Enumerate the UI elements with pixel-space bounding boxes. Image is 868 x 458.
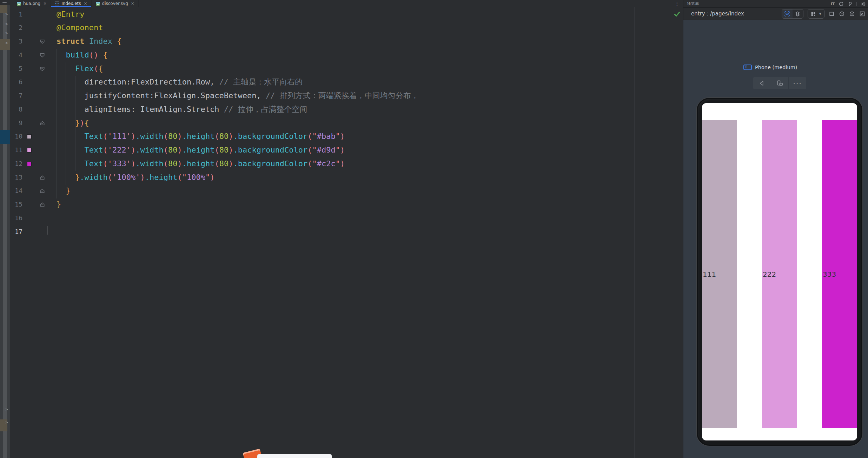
code-token: ): [340, 132, 345, 141]
refresh-icon[interactable]: [839, 1, 844, 7]
ets-file-icon: ETS: [55, 1, 59, 6]
code-line[interactable]: struct Index {: [57, 35, 121, 48]
component-view-group[interactable]: ▼: [808, 9, 824, 19]
code-token: [57, 105, 84, 114]
zoom-in-icon[interactable]: [849, 11, 855, 17]
editor-options-kebab-icon[interactable]: ⋮: [674, 0, 680, 7]
code-token: [57, 91, 84, 100]
code-token: #bab: [317, 132, 336, 141]
more-dots-icon: •••: [793, 81, 802, 86]
code-token: ": [312, 159, 317, 168]
code-token: ": [336, 146, 340, 154]
code-token: (: [214, 159, 219, 168]
gutter-row: 2: [10, 21, 43, 35]
preview-flex-item: 222: [762, 120, 797, 428]
editor-tab[interactable]: ETSIndex.ets×: [51, 0, 91, 7]
more-options-button[interactable]: •••: [788, 77, 806, 89]
code-token: [261, 91, 266, 100]
code-line[interactable]: Text('333').width(80).height(80).backgro…: [57, 157, 345, 171]
preview-item-label: 111: [702, 270, 716, 278]
zoom-out-icon[interactable]: [839, 11, 845, 17]
tool-strip-handle[interactable]: [2, 2, 7, 3]
fold-close-icon[interactable]: [39, 202, 45, 208]
color-swatch[interactable]: [27, 148, 32, 153]
code-token: .backgroundColor: [233, 146, 307, 154]
fold-open-icon[interactable]: [39, 39, 45, 45]
fold-close-icon[interactable]: [39, 120, 45, 126]
code-token: .width: [135, 132, 163, 141]
gutter-separator: [43, 7, 43, 458]
code-token: alignItems: ItemAlign.Stretch: [84, 105, 224, 114]
line-number: 2: [10, 21, 22, 35]
code-line[interactable]: alignItems: ItemAlign.Stretch // 拉伸，占满整个…: [57, 103, 307, 116]
fit-to-screen-icon[interactable]: [859, 11, 865, 17]
code-token: 333: [112, 159, 126, 168]
close-tab-icon[interactable]: ×: [43, 1, 47, 6]
text-mode-icon[interactable]: IT: [830, 2, 835, 6]
code-line[interactable]: direction:FlexDirection.Row, // 主轴是：水平向右…: [57, 75, 303, 89]
stripe-scrollbar[interactable]: [3, 5, 7, 458]
code-line[interactable]: Flex({: [57, 62, 103, 76]
color-swatch[interactable]: [27, 134, 32, 139]
fold-open-icon[interactable]: [39, 66, 45, 72]
code-line[interactable]: }){: [57, 116, 89, 130]
code-line[interactable]: }: [57, 184, 71, 198]
layers-button[interactable]: [793, 9, 803, 18]
gutter-row: 5: [10, 62, 43, 76]
code-token: Text: [84, 159, 103, 168]
code-token: ': [108, 159, 112, 168]
code-token: // 排列方式：两端紧挨着，中间均匀分布，: [266, 91, 419, 100]
left-tool-stripe[interactable]: > > > > > >: [0, 5, 10, 458]
preview-item-label: 222: [762, 270, 776, 278]
code-token: ": [182, 173, 187, 182]
ui-inspect-button[interactable]: [782, 9, 793, 18]
code-line[interactable]: Text('111').width(80).height(80).backgro…: [57, 130, 345, 143]
gutter-row: 3: [10, 35, 43, 48]
close-tab-icon[interactable]: ×: [84, 1, 87, 6]
device-selector[interactable]: T Phone (medium): [743, 65, 797, 70]
code-token: (: [177, 173, 182, 182]
code-token: [57, 159, 84, 168]
code-line[interactable]: justifyContent:FlexAlign.SpaceBetween, /…: [57, 89, 419, 103]
code-line[interactable]: @Entry: [57, 8, 84, 21]
pin-icon[interactable]: [848, 1, 853, 7]
code-lines[interactable]: @Entry@Componentstruct Index { build() {…: [57, 8, 683, 458]
code-line[interactable]: }: [57, 198, 61, 211]
layers-icon: [795, 11, 801, 17]
rotate-back-button[interactable]: [753, 77, 771, 89]
frame-bounds-icon[interactable]: [829, 11, 835, 17]
fold-close-icon[interactable]: [39, 175, 45, 181]
inspections-ok-check-icon[interactable]: [674, 11, 680, 17]
notification-popup[interactable]: [257, 454, 332, 458]
gear-icon[interactable]: [861, 1, 866, 7]
editor-tab[interactable]: hua.png×: [13, 0, 51, 7]
color-swatch[interactable]: [27, 162, 32, 166]
tree-chevron-icon: >: [5, 13, 8, 16]
fold-close-icon[interactable]: [39, 188, 45, 194]
code-token: ': [108, 146, 112, 154]
code-token: ): [131, 146, 135, 154]
device-toolbar: •••: [753, 77, 806, 89]
tree-chevron-icon: >: [5, 32, 8, 35]
code-token: ): [131, 159, 135, 168]
editor-tab[interactable]: discover.svg×: [92, 0, 139, 7]
code-line[interactable]: Text('222').width(80).height(80).backgro…: [57, 143, 345, 157]
code-line[interactable]: build() {: [57, 48, 108, 62]
code-line[interactable]: }.width('100%').height("100%"): [57, 171, 214, 184]
preview-route: entry : /pages/Index: [691, 8, 744, 20]
tab-label: hua.png: [23, 1, 40, 6]
gutter-row: 6: [10, 75, 43, 89]
orientation-button[interactable]: [771, 77, 789, 89]
code-token: ): [340, 146, 345, 154]
code-token: 100%: [117, 173, 135, 182]
close-tab-icon[interactable]: ×: [131, 1, 134, 6]
code-editor[interactable]: 1234567891011121314151617 @Entry@Compone…: [10, 7, 683, 458]
device-label: Phone (medium): [755, 65, 797, 70]
code-token: [112, 37, 117, 46]
code-line[interactable]: @Component: [57, 21, 103, 35]
gutter-row: 4: [10, 48, 43, 62]
fold-open-icon[interactable]: [39, 52, 45, 58]
previewer-title: 预览器: [687, 1, 699, 6]
preview-flex-item: 111: [702, 120, 737, 428]
code-token: #d9d: [317, 146, 336, 154]
